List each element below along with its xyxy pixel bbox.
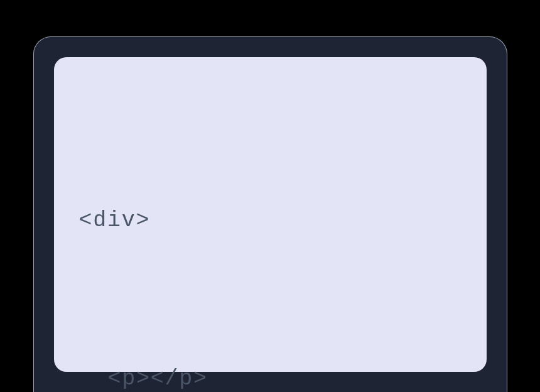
code-block: <div> <p></p> <form> </form> </div> bbox=[79, 89, 462, 392]
code-content-panel: <div> <p></p> <form> </form> </div> bbox=[54, 57, 487, 372]
code-line-1: <div> bbox=[79, 194, 462, 247]
code-line-2: <p></p> bbox=[79, 352, 462, 392]
code-window-frame: <div> <p></p> <form> </form> </div> bbox=[33, 36, 507, 392]
